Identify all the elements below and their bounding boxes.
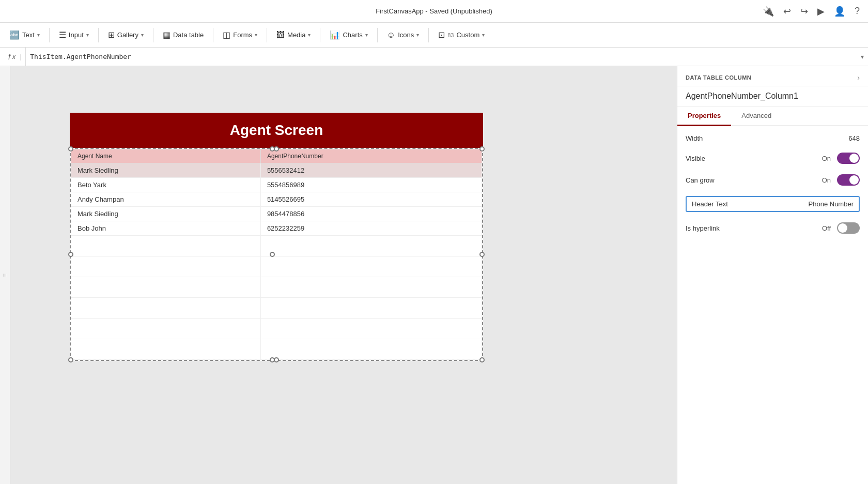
prop-can-grow-toggle[interactable] (837, 174, 860, 186)
tab-properties[interactable]: Properties (677, 107, 731, 126)
help-icon[interactable]: ? (855, 6, 860, 17)
header-text-input[interactable] (733, 200, 854, 208)
toolbar: 🔤 Text ▾ ☰ Input ▾ ⊞ Gallery ▾ ▦ Data ta… (0, 23, 868, 48)
input-chevron: ▾ (86, 32, 89, 38)
prop-visible-toggle-label: On (822, 155, 831, 162)
formula-input[interactable] (30, 53, 857, 61)
toolbar-custom[interactable]: ⊡ 83 Custom ▾ (433, 27, 490, 43)
forms-chevron: ▾ (255, 32, 257, 38)
prop-can-grow-toggle-group: On (822, 174, 860, 186)
play-icon[interactable]: ▶ (817, 6, 825, 17)
cell-phone-5: 6252232259 (260, 221, 482, 236)
data-table-wrapper[interactable]: Agent Name AgentPhoneNumber Mark Siedlin… (70, 148, 483, 361)
prop-visible-label: Visible (686, 155, 705, 162)
input-icon: ☰ (59, 30, 66, 40)
gallery-chevron: ▾ (141, 32, 144, 38)
redo-icon[interactable]: ↪ (800, 6, 808, 17)
handle-mid-left[interactable] (68, 252, 73, 257)
custom-chevron: ▾ (482, 32, 485, 38)
table-row[interactable]: Mark Siedling 9854478856 (71, 207, 482, 221)
prop-is-hyperlink-label: Is hyperlink (686, 224, 720, 232)
canvas-area: Agent Screen (10, 66, 677, 484)
prop-visible-toggle-group: On (822, 153, 860, 164)
cell-name-4: Mark Siedling (71, 207, 261, 221)
left-panel-toggle[interactable]: ≡ (0, 66, 10, 484)
right-panel: DATA TABLE COLUMN › AgentPhoneNumber_Col… (677, 66, 868, 484)
toolbar-forms[interactable]: ◫ Forms ▾ (218, 27, 262, 43)
undo-icon[interactable]: ↩ (783, 6, 791, 17)
prop-can-grow-row: Can grow On (686, 174, 860, 186)
cell-phone-3: 5145526695 (260, 192, 482, 207)
divider-1 (49, 28, 50, 42)
panel-header: DATA TABLE COLUMN › (677, 66, 868, 86)
charts-chevron: ▾ (365, 32, 368, 38)
toggle-knob (849, 154, 859, 163)
cell-name-2: Beto Yark (71, 178, 261, 192)
user-icon[interactable]: 👤 (834, 6, 845, 17)
prop-is-hyperlink-toggle[interactable] (837, 222, 860, 234)
table-row-empty (71, 256, 482, 277)
toolbar-charts[interactable]: 📊 Charts ▾ (324, 27, 373, 43)
divider-8 (428, 28, 429, 42)
toggle-knob-2 (849, 175, 859, 185)
tab-advanced[interactable]: Advanced (731, 107, 782, 126)
toolbar-custom-label: Custom (456, 31, 479, 39)
text-chevron: ▾ (37, 32, 40, 38)
toolbar-custom-badge: 83 (447, 32, 454, 38)
toolbar-gallery[interactable]: ⊞ Gallery ▾ (103, 27, 149, 43)
divider-2 (98, 28, 99, 42)
toolbar-media[interactable]: 🖼 Media ▾ (271, 27, 316, 43)
media-chevron: ▾ (308, 32, 311, 38)
main-area: ≡ Agent Screen (0, 66, 868, 484)
divider-7 (377, 28, 378, 42)
prop-header-text-row[interactable]: Header Text (686, 196, 860, 212)
toolbar-charts-label: Charts (343, 31, 362, 39)
prop-is-hyperlink-row: Is hyperlink Off (686, 222, 860, 234)
cell-phone-1: 5556532412 (260, 163, 482, 178)
toggle-knob-3 (838, 223, 847, 233)
icons-icon: ☺ (387, 31, 395, 40)
toolbar-icons[interactable]: ☺ Icons ▾ (382, 27, 424, 43)
handle-top-left[interactable] (68, 146, 73, 152)
fx-label: f (8, 53, 10, 61)
cell-phone-4: 9854478856 (260, 207, 482, 221)
table-row-empty (71, 339, 482, 360)
toolbar-datatable[interactable]: ▦ Data table (158, 27, 209, 43)
prop-is-hyperlink-toggle-group: Off (822, 222, 860, 234)
toolbar-input[interactable]: ☰ Input ▾ (54, 27, 94, 43)
col-handle-top[interactable] (270, 146, 275, 152)
top-bar-icons: 🔌 ↩ ↪ ▶ 👤 ? (763, 6, 860, 17)
panel-expand-icon[interactable]: › (857, 73, 860, 82)
col-handle-bot[interactable] (270, 357, 275, 362)
table-row[interactable]: Bob John 6252232259 (71, 221, 482, 236)
cell-name-1: Mark Siedling (71, 163, 261, 178)
table-row-empty (71, 277, 482, 298)
divider-4 (213, 28, 213, 42)
formula-expand-icon[interactable]: ▾ (861, 53, 864, 61)
toolbar-input-label: Input (69, 31, 84, 39)
table-row[interactable]: Andy Champan 5145526695 (71, 192, 482, 207)
handle-mid-right[interactable] (479, 252, 485, 257)
toolbar-forms-label: Forms (233, 31, 252, 39)
toolbar-text[interactable]: 🔤 Text ▾ (4, 27, 45, 43)
debug-icon[interactable]: 🔌 (763, 6, 774, 17)
toolbar-media-label: Media (287, 31, 305, 39)
panel-section-title: DATA TABLE COLUMN (686, 74, 751, 81)
charts-icon: 📊 (330, 30, 340, 40)
icons-chevron: ▾ (416, 32, 419, 38)
toolbar-datatable-label: Data table (173, 31, 204, 39)
table-row[interactable]: Beto Yark 5554856989 (71, 178, 482, 192)
agent-screen-widget: Agent Screen (70, 113, 483, 361)
col-handle-mid[interactable] (270, 252, 275, 257)
handle-bot-left[interactable] (68, 357, 73, 362)
handle-top-right[interactable] (479, 146, 485, 152)
tab-properties-label: Properties (688, 112, 721, 119)
prop-width-row: Width 648 (686, 134, 860, 142)
prop-visible-toggle[interactable] (837, 153, 860, 164)
prop-header-text-label: Header Text (692, 200, 733, 208)
table-row[interactable]: Mark Siedling 5556532412 (71, 163, 482, 178)
divider-6 (320, 28, 320, 42)
handle-bot-right[interactable] (479, 357, 485, 362)
toolbar-text-label: Text (22, 31, 35, 39)
prop-can-grow-label: Can grow (686, 176, 715, 184)
